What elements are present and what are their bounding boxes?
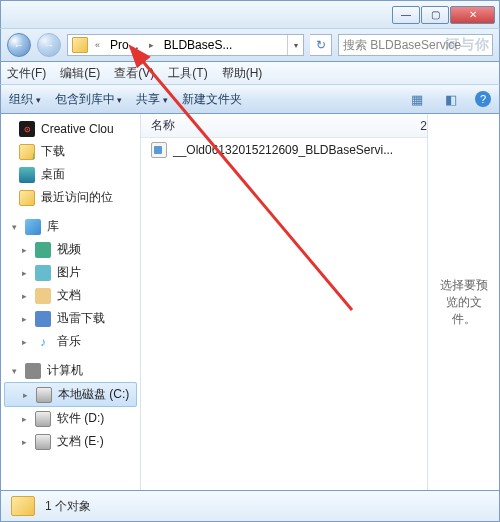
file-row[interactable]: __Old06132015212609_BLDBaseServi... xyxy=(141,138,427,162)
breadcrumb-segment[interactable]: Pro... xyxy=(104,35,146,55)
downloads-icon xyxy=(19,144,35,160)
chevron-right-icon: ▸ xyxy=(19,414,29,424)
chevron-right-icon[interactable]: ▸ xyxy=(146,35,158,55)
sidebar-item-documents[interactable]: ▸文档 xyxy=(1,284,140,307)
maximize-button[interactable]: ▢ xyxy=(421,6,449,24)
folder-icon xyxy=(72,37,88,53)
minimize-button[interactable]: — xyxy=(392,6,420,24)
sidebar-label: 计算机 xyxy=(47,362,83,379)
chevron-right-icon: ▸ xyxy=(19,245,29,255)
sidebar-item-recent[interactable]: 最近访问的位 xyxy=(1,186,140,209)
chevron-right-icon: ▸ xyxy=(19,291,29,301)
include-library-button[interactable]: 包含到库中 xyxy=(55,91,123,108)
preview-placeholder: 选择要预览的文件。 xyxy=(434,277,493,328)
file-name: __Old06132015212609_BLDBaseServi... xyxy=(173,143,393,157)
drive-icon xyxy=(36,387,52,403)
sidebar-label: 最近访问的位 xyxy=(41,189,113,206)
chevron-down-icon: ▾ xyxy=(9,222,19,232)
sidebar-item-creative-cloud[interactable]: ⊙Creative Clou xyxy=(1,118,140,140)
refresh-button[interactable]: ↻ xyxy=(310,34,332,56)
help-icon[interactable]: ? xyxy=(475,91,491,107)
file-icon xyxy=(151,142,167,158)
window-titlebar: — ▢ ✕ xyxy=(0,0,500,28)
sidebar-label: 软件 (D:) xyxy=(57,410,104,427)
menu-bar: 文件(F) 编辑(E) 查看(V) 工具(T) 帮助(H) xyxy=(0,62,500,84)
sidebar-item-videos[interactable]: ▸视频 xyxy=(1,238,140,261)
sidebar-label: 视频 xyxy=(57,241,81,258)
libraries-icon xyxy=(25,219,41,235)
chevron-down-icon: ▾ xyxy=(9,366,19,376)
sidebar-item-drive-c[interactable]: ▸本地磁盘 (C:) xyxy=(4,382,137,407)
forward-button[interactable]: → xyxy=(37,33,61,57)
close-button[interactable]: ✕ xyxy=(450,6,495,24)
recent-icon xyxy=(19,190,35,206)
search-placeholder: 搜索 BLDBaseService xyxy=(343,37,461,54)
explorer-body: ⊙Creative Clou 下载 桌面 最近访问的位 ▾库 ▸视频 ▸图片 ▸… xyxy=(0,114,500,490)
sidebar-label: 本地磁盘 (C:) xyxy=(58,386,129,403)
status-text: 1 个对象 xyxy=(45,498,91,515)
file-area: 名称 2 __Old06132015212609_BLDBaseServi...… xyxy=(141,114,499,490)
sidebar-label: 图片 xyxy=(57,264,81,281)
address-bar[interactable]: « Pro... ▸ BLDBaseS... ▾ xyxy=(67,34,304,56)
breadcrumb-overflow[interactable]: « xyxy=(92,35,104,55)
chevron-right-icon: ▸ xyxy=(19,314,29,324)
drive-icon xyxy=(35,434,51,450)
address-dropdown[interactable]: ▾ xyxy=(287,35,303,55)
view-mode-icon[interactable]: ▦ xyxy=(407,89,427,109)
sidebar-item-pictures[interactable]: ▸图片 xyxy=(1,261,140,284)
pictures-icon xyxy=(35,265,51,281)
sidebar-item-drive-e[interactable]: ▸文档 (E·) xyxy=(1,430,140,453)
videos-icon xyxy=(35,242,51,258)
sidebar-item-desktop[interactable]: 桌面 xyxy=(1,163,140,186)
music-icon: ♪ xyxy=(35,334,51,350)
column-truncated: 2 xyxy=(420,119,427,133)
watermark-overlay: 河与你 xyxy=(445,36,490,54)
sidebar-item-xunlei[interactable]: ▸迅雷下载 xyxy=(1,307,140,330)
menu-view[interactable]: 查看(V) xyxy=(114,65,154,82)
share-button[interactable]: 共享 xyxy=(136,91,168,108)
menu-edit[interactable]: 编辑(E) xyxy=(60,65,100,82)
menu-tools[interactable]: 工具(T) xyxy=(168,65,207,82)
column-header-name[interactable]: 名称 xyxy=(151,117,420,134)
status-bar: 1 个对象 xyxy=(0,490,500,522)
address-row: ← → « Pro... ▸ BLDBaseS... ▾ ↻ 搜索 BLDBas… xyxy=(0,28,500,62)
organize-button[interactable]: 组织 xyxy=(9,91,41,108)
navigation-pane: ⊙Creative Clou 下载 桌面 最近访问的位 ▾库 ▸视频 ▸图片 ▸… xyxy=(1,114,141,490)
sidebar-label: 文档 (E·) xyxy=(57,433,104,450)
breadcrumb-segment[interactable]: BLDBaseS... xyxy=(158,35,240,55)
sidebar-item-downloads[interactable]: 下载 xyxy=(1,140,140,163)
folder-icon xyxy=(11,496,35,516)
sidebar-header-libraries[interactable]: ▾库 xyxy=(1,215,140,238)
search-input[interactable]: 搜索 BLDBaseService 河与你 xyxy=(338,34,493,56)
menu-file[interactable]: 文件(F) xyxy=(7,65,46,82)
column-header-row: 名称 2 xyxy=(141,114,427,138)
sidebar-item-music[interactable]: ▸♪音乐 xyxy=(1,330,140,353)
sidebar-label: Creative Clou xyxy=(41,122,114,136)
creative-cloud-icon: ⊙ xyxy=(19,121,35,137)
file-list[interactable]: 名称 2 __Old06132015212609_BLDBaseServi... xyxy=(141,114,427,490)
preview-pane: 选择要预览的文件。 xyxy=(427,114,499,490)
xunlei-icon xyxy=(35,311,51,327)
chevron-right-icon: ▸ xyxy=(19,437,29,447)
desktop-icon xyxy=(19,167,35,183)
toolbar: 组织 包含到库中 共享 新建文件夹 ▦ ◧ ? xyxy=(0,84,500,114)
sidebar-label: 库 xyxy=(47,218,59,235)
back-button[interactable]: ← xyxy=(7,33,31,57)
sidebar-header-computer[interactable]: ▾计算机 xyxy=(1,359,140,382)
preview-pane-icon[interactable]: ◧ xyxy=(441,89,461,109)
chevron-right-icon: ▸ xyxy=(19,337,29,347)
sidebar-label: 文档 xyxy=(57,287,81,304)
new-folder-button[interactable]: 新建文件夹 xyxy=(182,91,242,108)
sidebar-label: 音乐 xyxy=(57,333,81,350)
sidebar-item-drive-d[interactable]: ▸软件 (D:) xyxy=(1,407,140,430)
computer-icon xyxy=(25,363,41,379)
drive-icon xyxy=(35,411,51,427)
documents-icon xyxy=(35,288,51,304)
sidebar-label: 迅雷下载 xyxy=(57,310,105,327)
sidebar-label: 桌面 xyxy=(41,166,65,183)
chevron-right-icon: ▸ xyxy=(20,390,30,400)
sidebar-label: 下载 xyxy=(41,143,65,160)
chevron-right-icon: ▸ xyxy=(19,268,29,278)
menu-help[interactable]: 帮助(H) xyxy=(222,65,263,82)
